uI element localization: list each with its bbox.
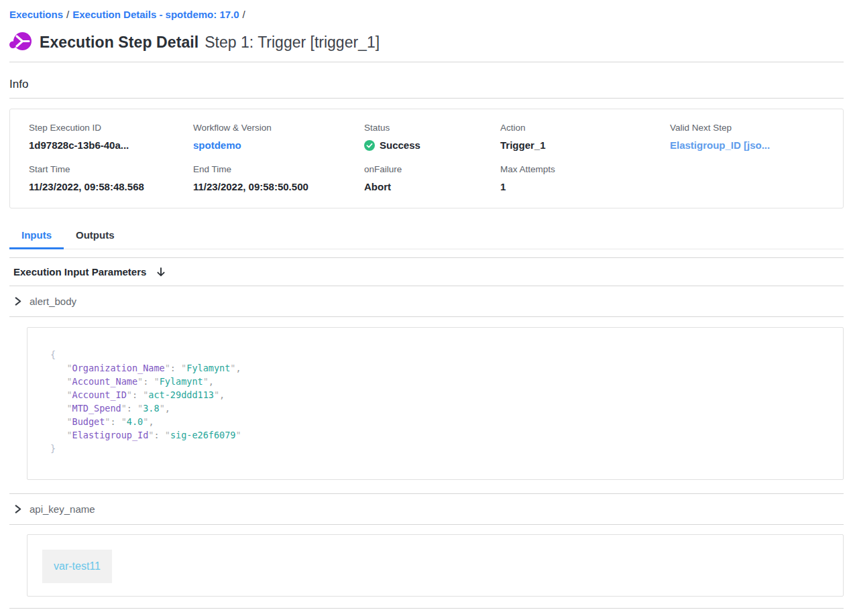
execution-step-detail-page: Executions/Execution Details - spotdemo:… [0, 0, 853, 616]
alert-body-code[interactable]: { "Organization_Name": "Fylamynt", "Acco… [50, 348, 830, 455]
tab-inputs[interactable]: Inputs [9, 223, 64, 249]
field-value: 11/23/2022, 09:58:50.500 [193, 180, 364, 193]
chevron-right-icon[interactable] [13, 297, 22, 306]
page-title: Execution Step Detail [40, 34, 198, 52]
field-end-time: End Time 11/23/2022, 09:58:50.500 [193, 164, 364, 193]
field-step-execution-id: Step Execution ID 1d97828c-13b6-40a... [29, 122, 193, 151]
api-key-name-content: var-test11 [9, 534, 844, 597]
breadcrumb-separator: / [239, 9, 249, 20]
breadcrumb-link-executions[interactable]: Executions [9, 9, 63, 20]
field-label: Action [500, 122, 670, 133]
field-start-time: Start Time 11/23/2022, 09:58:48.568 [29, 164, 193, 193]
divider [9, 316, 844, 317]
section-row-api-key-name[interactable]: api_key_name [9, 494, 844, 524]
field-value: Abort [364, 180, 500, 193]
breadcrumb: Executions/Execution Details - spotdemo:… [9, 0, 844, 20]
status-text: Success [380, 139, 420, 151]
field-max-attempts: Max Attempts 1 [500, 164, 670, 193]
divider [9, 524, 844, 525]
params-title: Execution Input Parameters [13, 266, 146, 278]
field-label: Status [364, 122, 500, 133]
field-action: Action Trigger_1 [500, 122, 670, 151]
tab-outputs[interactable]: Outputs [64, 223, 127, 249]
info-card: Step Execution ID 1d97828c-13b6-40a... W… [9, 109, 844, 208]
field-label: Max Attempts [500, 164, 670, 175]
section-label: alert_body [30, 296, 76, 307]
page-header: Execution Step Detail Step 1: Trigger [t… [9, 31, 844, 54]
field-label: Start Time [29, 164, 193, 175]
breadcrumb-separator: / [63, 9, 72, 20]
field-label: End Time [193, 164, 364, 175]
field-label: Valid Next Step [670, 122, 824, 133]
section-label: api_key_name [30, 503, 95, 515]
field-value: 1d97828c-13b6-40a... [29, 139, 193, 151]
execution-input-parameters-header: Execution Input Parameters [9, 258, 844, 286]
alert-body-code-box: { "Organization_Name": "Fylamynt", "Acco… [27, 327, 844, 480]
page-subtitle: Step 1: Trigger [trigger_1] [205, 34, 380, 52]
breadcrumb-link-execution-details[interactable]: Execution Details - spotdemo: 17.0 [72, 9, 239, 20]
field-value: Trigger_1 [500, 139, 670, 151]
field-label: Step Execution ID [29, 122, 193, 133]
valid-next-step-link[interactable]: Elastigroup_ID [jso... [670, 139, 824, 151]
empty-cell [670, 164, 824, 193]
arrow-down-icon[interactable] [156, 267, 166, 278]
workflow-link[interactable]: spotdemo [193, 139, 364, 151]
fylamynt-logo-icon [9, 31, 32, 54]
field-on-failure: onFailure Abort [364, 164, 500, 193]
api-key-name-box: var-test11 [27, 534, 844, 597]
field-label: Workflow & Version [193, 122, 364, 133]
alert-body-content: { "Organization_Name": "Fylamynt", "Acco… [9, 327, 844, 480]
field-value: 11/23/2022, 09:58:48.568 [29, 180, 193, 193]
success-check-icon [364, 140, 375, 151]
field-workflow-version: Workflow & Version spotdemo [193, 122, 364, 151]
divider [9, 62, 844, 62]
chevron-right-icon[interactable] [13, 505, 22, 513]
field-valid-next-step: Valid Next Step Elastigroup_ID [jso... [670, 122, 824, 151]
divider [9, 98, 844, 99]
field-status: Status Success [364, 122, 500, 151]
tab-bar: Inputs Outputs [9, 223, 844, 249]
section-row-api-key-value[interactable]: api_key_value [9, 609, 844, 616]
field-label: onFailure [364, 164, 500, 175]
field-value: 1 [500, 180, 670, 193]
api-key-name-chip: var-test11 [42, 550, 112, 583]
info-section-heading: Info [9, 78, 844, 91]
section-row-alert-body[interactable]: alert_body [9, 286, 844, 316]
status-badge: Success [364, 139, 500, 151]
